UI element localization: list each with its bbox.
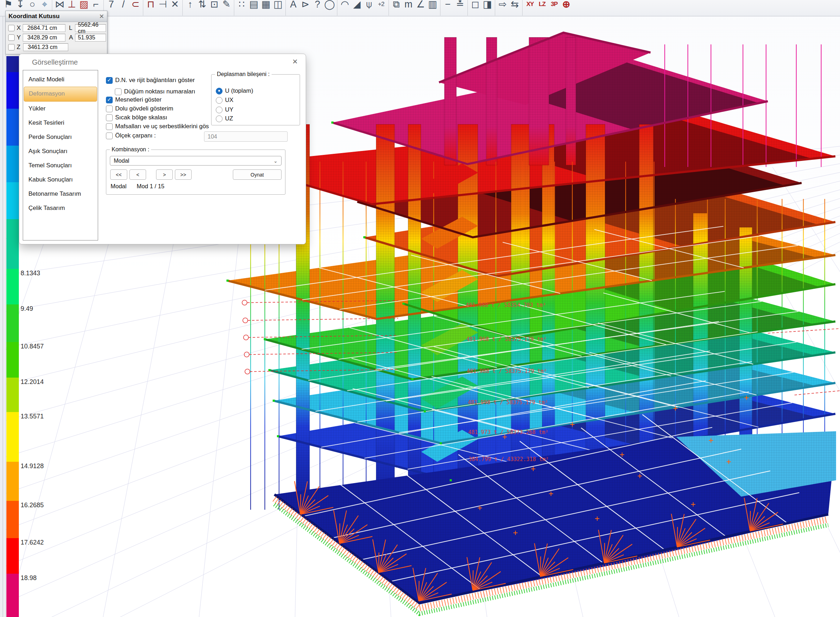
checkbox-label: Ölçek çarpanı : <box>115 132 156 139</box>
meter-tool-icon[interactable]: m <box>402 0 414 14</box>
stack-tool-icon[interactable]: ≛ <box>454 0 466 14</box>
window-tool-icon[interactable]: ◻ <box>469 0 481 14</box>
split-view-tool-icon[interactable]: ◨ <box>481 0 493 14</box>
story-mass-annotation: 481.973 t / 58373.268 tm² <box>468 429 549 435</box>
z-lock-checkbox[interactable] <box>8 44 15 50</box>
radio-u-total[interactable] <box>216 88 223 94</box>
slope-tool-icon[interactable]: ◢ <box>351 0 363 14</box>
coord-3p-icon[interactable]: 3P <box>548 0 560 14</box>
coord-origin-icon[interactable]: ⊕ <box>560 0 572 14</box>
line-tool-icon[interactable]: / <box>117 0 129 14</box>
list-item-perde-sonuclari[interactable]: Perde Sonuçları <box>24 130 97 144</box>
beam-tool-icon[interactable]: ⊓ <box>145 0 157 14</box>
show-supports-checkbox[interactable] <box>106 97 113 103</box>
mode-combination-name: Modal <box>111 183 127 189</box>
legend-color-segment <box>6 412 19 462</box>
radio-ux[interactable] <box>216 97 223 104</box>
show-dn-rigid-links-checkbox[interactable] <box>106 77 113 84</box>
list-item-temel-sonuclari[interactable]: Temel Sonuçları <box>24 158 97 173</box>
coordinate-box-titlebar[interactable]: Koordinat Kutusu ✕ <box>6 11 107 22</box>
mode-number: Mod 1 / 15 <box>137 183 164 189</box>
first-mode-button[interactable]: << <box>110 170 127 180</box>
radio-label: UX <box>225 97 234 104</box>
group-label: Deplasman bileşeni : <box>215 71 272 77</box>
node-numbers-checkbox[interactable] <box>115 89 121 95</box>
y-coordinate-field[interactable]: 3428.29 cm <box>23 34 65 41</box>
list-item-kabuk-sonuclari[interactable]: Kabuk Sonuçları <box>24 173 97 187</box>
ruler-tool-icon[interactable]: ▥ <box>427 0 439 14</box>
toolbar-separator <box>440 0 441 16</box>
lamp-tool-icon[interactable]: ⍦ <box>363 0 375 14</box>
coordinate-box-title: Koordinat Kutusu <box>9 13 99 20</box>
legend-value: 12.2014 <box>21 378 44 386</box>
list-item-celik-tasarim[interactable]: Çelik Tasarım <box>24 201 97 215</box>
toolbar-separator <box>234 0 234 16</box>
section-tool-icon[interactable]: ⧉ <box>390 0 402 14</box>
swap-tool-icon[interactable]: ⇆ <box>509 0 521 14</box>
scale-factor-input[interactable]: 104 <box>204 131 288 142</box>
frame-tool-icon[interactable]: ⊡ <box>208 0 220 14</box>
list-item-deformasyon[interactable]: Deformasyon <box>24 87 97 102</box>
legend-color-segment <box>6 462 19 501</box>
export-tool-icon[interactable]: ⇨ <box>497 0 509 14</box>
pencil-tool-icon[interactable]: ✎ <box>220 0 232 14</box>
text-tool-icon[interactable]: A <box>287 0 299 14</box>
rotate-tool-icon[interactable]: ⊳ <box>299 0 311 14</box>
hinges-releases-checkbox[interactable] <box>106 123 113 130</box>
dialog-title: Görselleştirme <box>32 58 78 66</box>
combination-dropdown[interactable]: Modal ⌄ <box>110 156 281 165</box>
offset-tool-icon[interactable]: +2 <box>375 0 387 14</box>
arrow-up-tool-icon[interactable]: ↑ <box>184 0 196 14</box>
solid-body-checkbox[interactable] <box>106 105 113 112</box>
group-label: Kombinasyon : <box>110 146 151 153</box>
next-mode-button[interactable]: > <box>156 170 173 180</box>
scale-factor-checkbox[interactable] <box>106 133 113 139</box>
close-icon[interactable]: ✕ <box>292 58 298 66</box>
close-icon[interactable]: ✕ <box>99 13 104 20</box>
x-coordinate-field[interactable]: 2684.71 cm <box>23 24 65 32</box>
list-item-asik-sonuclari[interactable]: Aşık Sonuçları <box>24 144 97 158</box>
table-tool-icon[interactable]: ▤ <box>248 0 260 14</box>
query-tool-icon[interactable]: ? <box>311 0 324 14</box>
coordinate-box-panel: Koordinat Kutusu ✕ X 2684.71 cm L 5562.4… <box>5 11 107 55</box>
delete-tool-icon[interactable]: ✕ <box>169 0 181 14</box>
last-mode-button[interactable]: >> <box>175 170 192 180</box>
legend-color-segment <box>6 501 19 538</box>
legend-value: 8.1343 <box>21 270 40 277</box>
image-tool-icon[interactable]: ◫ <box>272 0 284 14</box>
z-coordinate-field[interactable]: 3461.23 cm <box>23 43 68 51</box>
coord-xy-icon[interactable]: XY <box>524 0 536 14</box>
angle-field[interactable]: 51.935 <box>75 34 106 41</box>
list-item-betonarme-tasarim[interactable]: Betonarme Tasarım <box>24 187 97 201</box>
grid-tool-icon[interactable]: ▦ <box>260 0 272 14</box>
play-button[interactable]: Oynat <box>233 170 281 180</box>
y-lock-checkbox[interactable] <box>8 34 15 41</box>
legend-color-segment <box>6 342 19 378</box>
list-item-kesit-tesirleri[interactable]: Kesit Tesirleri <box>24 116 97 130</box>
legend-color-segment <box>6 538 19 574</box>
a-label: A <box>69 34 75 41</box>
arc-tool-icon[interactable]: ◠ <box>339 0 351 14</box>
level-tool-icon[interactable]: − <box>442 0 454 14</box>
list-item-yukler[interactable]: Yükler <box>24 102 97 116</box>
radio-label: U (toplam) <box>225 87 253 94</box>
ellipse-tool-icon[interactable]: ◯ <box>324 0 336 14</box>
radio-uy[interactable] <box>216 106 223 113</box>
angle-tool-icon[interactable]: ∠ <box>414 0 427 14</box>
z-label: Z <box>17 44 23 51</box>
array-tool-icon[interactable]: ∷ <box>236 0 248 14</box>
toolbar-separator <box>285 0 286 16</box>
app-window: { "toolbar": { "icons": [ {"name":"flag-… <box>0 0 840 617</box>
list-item-analiz-modeli[interactable]: Analiz Modeli <box>24 72 97 87</box>
mode-counter: Modal Mod 1 / 15 <box>111 183 173 190</box>
paste-tool-icon[interactable]: ⇅ <box>196 0 208 14</box>
node-tool-icon[interactable]: ⊣ <box>157 0 169 14</box>
previous-mode-button[interactable]: < <box>129 170 146 180</box>
clip-tool-icon[interactable]: ⊂ <box>129 0 142 14</box>
coord-z-icon[interactable]: LZ <box>536 0 548 14</box>
radio-uz[interactable] <box>216 115 223 122</box>
legend-color-segment <box>6 56 19 72</box>
hot-zone-scale-checkbox[interactable] <box>106 114 113 121</box>
x-lock-checkbox[interactable] <box>8 25 15 31</box>
length-field[interactable]: 5562.46 cm <box>75 24 106 32</box>
